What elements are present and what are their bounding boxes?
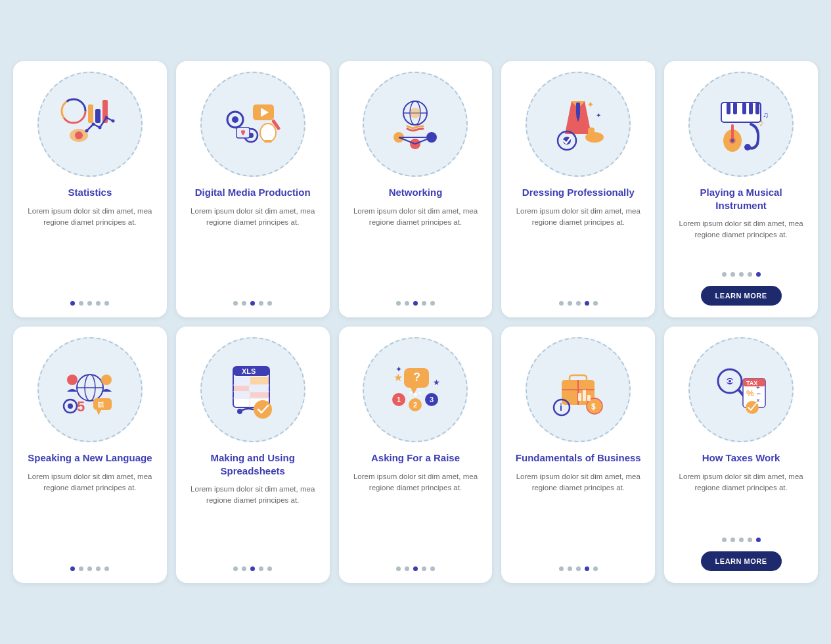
svg-point-8 <box>75 131 83 139</box>
svg-text:✦: ✦ <box>395 365 402 374</box>
taxes-dots <box>722 538 761 542</box>
networking-title: Networking <box>389 186 443 199</box>
svg-point-63 <box>67 375 78 385</box>
svg-text:3: 3 <box>430 396 434 403</box>
dot-1 <box>722 538 727 542</box>
card-speaking: 話 5 Speaking a New Language Lorem ipsum … <box>13 327 167 583</box>
card-musical: ♪ ♫ Playing a Musical Instrument Lorem i… <box>664 61 818 317</box>
svg-rect-5 <box>95 109 101 123</box>
svg-rect-48 <box>733 103 737 114</box>
svg-point-129 <box>729 380 731 382</box>
speaking-body: Lorem ipsum dolor sit dim amet, mea regi… <box>24 471 156 558</box>
dot-1 <box>233 301 238 306</box>
dot-3 <box>87 566 92 571</box>
svg-text:%: % <box>746 388 754 398</box>
dot-2 <box>242 301 246 306</box>
card-raise: ? ★ ★ 1 2 3 ✦ Asking For a Raise Lorem i… <box>339 327 493 583</box>
dot-4 <box>748 538 752 542</box>
svg-point-10 <box>91 123 95 126</box>
svg-text:?: ? <box>413 371 420 384</box>
dot-5 <box>104 301 109 306</box>
card-statistics: Statistics Lorem ipsum dolor sit dim ame… <box>13 61 167 317</box>
dot-2 <box>242 566 246 571</box>
musical-icon: ♪ ♫ <box>705 88 777 160</box>
svg-text:話: 話 <box>98 402 104 408</box>
taxes-title: How Taxes Work <box>702 451 780 465</box>
musical-learn-button[interactable]: LEARN MORE <box>701 286 782 306</box>
svg-point-64 <box>101 375 112 385</box>
dot-3 <box>87 301 92 306</box>
card-digital-media: Digital Media Production Lorem ipsum dol… <box>176 61 330 317</box>
svg-rect-22 <box>264 140 272 143</box>
spreadsheets-title: Making and Using Spreadsheets <box>187 451 319 477</box>
dot-2 <box>79 566 83 571</box>
dot-1 <box>559 301 564 306</box>
taxes-learn-button[interactable]: LEARN MORE <box>701 551 782 571</box>
statistics-dots <box>70 301 109 306</box>
dot-3 <box>576 566 581 571</box>
speaking-dots <box>70 566 109 571</box>
svg-point-86 <box>237 409 242 414</box>
dot-2 <box>568 301 572 306</box>
svg-rect-51 <box>755 103 759 114</box>
business-title: Fundamentals of Business <box>516 451 641 465</box>
speaking-title: Speaking a New Language <box>28 451 152 465</box>
svg-point-12 <box>104 116 108 120</box>
dot-1 <box>233 566 238 571</box>
svg-point-58 <box>744 144 751 150</box>
dot-4 <box>585 566 589 571</box>
networking-icon-area <box>363 72 468 177</box>
dressing-dots <box>559 301 598 306</box>
taxes-body: Lorem ipsum dolor sit dim amet, mea regi… <box>675 471 807 529</box>
dot-5 <box>267 566 272 571</box>
networking-icon <box>379 88 451 160</box>
card-business: i $ Fundamentals of Business Lorem ipsum… <box>501 327 655 583</box>
dressing-icon-area: ✦ ✦ <box>526 72 631 177</box>
svg-point-100 <box>409 392 412 394</box>
svg-text:✦: ✦ <box>587 99 595 110</box>
business-body: Lorem ipsum dolor sit dim amet, mea regi… <box>512 471 644 558</box>
svg-text:$: $ <box>591 402 596 411</box>
spreadsheets-icon-area: XLS <box>200 337 305 442</box>
svg-point-9 <box>85 129 88 133</box>
dot-3 <box>250 566 255 571</box>
digital-media-title: Digital Media Production <box>195 186 311 199</box>
svg-text:2: 2 <box>413 401 417 409</box>
dot-5 <box>756 538 761 542</box>
networking-body: Lorem ipsum dolor sit dim amet, mea regi… <box>349 206 482 292</box>
dot-4 <box>96 566 101 571</box>
svg-text:i: i <box>560 402 562 413</box>
svg-rect-79 <box>234 377 249 384</box>
business-icon: i $ <box>542 354 614 426</box>
dot-2 <box>405 301 409 306</box>
musical-dots <box>722 272 761 277</box>
business-dots <box>559 566 598 571</box>
dot-3 <box>413 566 418 571</box>
musical-icon-area: ♪ ♫ <box>688 72 794 177</box>
raise-body: Lorem ipsum dolor sit dim amet, mea regi… <box>349 471 482 558</box>
dot-2 <box>730 272 735 277</box>
dot-4 <box>96 301 101 306</box>
statistics-icon-area <box>37 72 143 177</box>
svg-rect-84 <box>250 392 269 398</box>
svg-point-11 <box>98 126 101 129</box>
svg-rect-82 <box>250 386 269 391</box>
spreadsheets-icon: XLS <box>217 354 289 426</box>
dot-4 <box>422 566 426 571</box>
dot-5 <box>430 566 435 571</box>
dot-5 <box>104 566 109 571</box>
dot-3 <box>413 301 418 306</box>
svg-rect-4 <box>88 104 93 123</box>
dot-5 <box>593 301 598 306</box>
musical-title: Playing a Musical Instrument <box>675 186 807 212</box>
dot-3 <box>739 538 744 542</box>
svg-rect-81 <box>234 386 249 391</box>
svg-rect-50 <box>749 103 753 114</box>
svg-text:★: ★ <box>433 378 440 387</box>
taxes-icon-area: TAX % + − × <box>688 337 794 442</box>
digital-media-icon <box>217 88 289 160</box>
speaking-icon-area: 話 5 <box>37 337 143 442</box>
dot-2 <box>568 566 572 571</box>
musical-body: Lorem ipsum dolor sit dim amet, mea regi… <box>675 218 807 263</box>
dressing-icon: ✦ ✦ <box>542 88 614 160</box>
